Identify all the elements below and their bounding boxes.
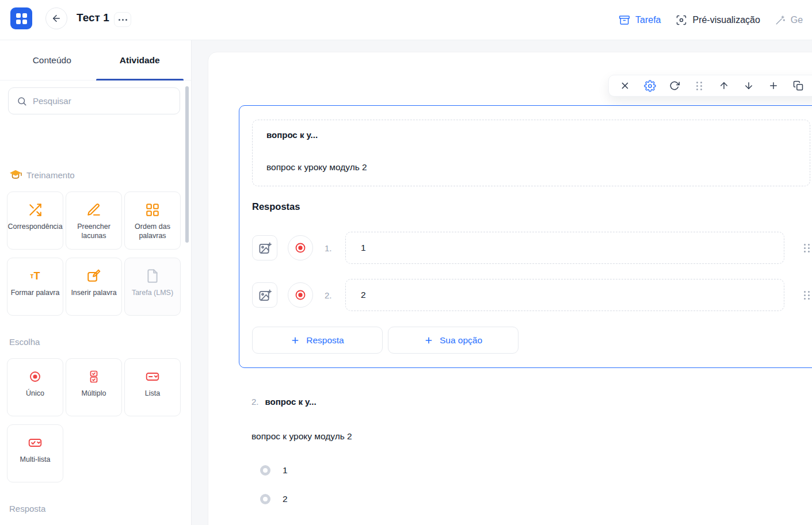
plus-icon <box>424 336 433 345</box>
header-actions: Tarefa Pré-visualização Ge <box>619 0 803 40</box>
tool-card-correspondencia[interactable]: Correspondência <box>7 191 63 250</box>
radio-selected-icon <box>294 242 307 254</box>
tool-card-label: Multi-lista <box>18 455 53 464</box>
gear-icon <box>644 80 656 92</box>
radio-unselected-icon[interactable] <box>260 494 270 504</box>
add-answer-label: Resposta <box>306 335 344 346</box>
tool-card-unico[interactable]: Único <box>7 358 63 416</box>
tab-atividade[interactable]: Atividade <box>96 40 184 80</box>
radio-icon <box>28 368 42 385</box>
tarefa-button[interactable]: Tarefa <box>619 14 661 26</box>
back-button[interactable] <box>45 7 67 29</box>
preview-eye-icon <box>676 14 687 26</box>
section-header-resposta: Resposta <box>9 504 45 513</box>
multi-dropdown-icon <box>28 434 43 451</box>
move-down-button[interactable] <box>741 78 756 93</box>
more-menu-button[interactable] <box>114 12 131 27</box>
image-add-icon <box>258 242 272 255</box>
close-icon <box>620 81 630 91</box>
tool-card-label: Formar palavra <box>9 288 62 297</box>
generate-button[interactable]: Ge <box>775 15 803 25</box>
question2-option: 1 <box>260 465 288 476</box>
form-word-icon: тT <box>31 267 40 285</box>
word-order-icon <box>145 201 160 219</box>
answer-row: 1. 1 <box>252 232 810 264</box>
add-own-option-button[interactable]: Sua opção <box>388 327 519 354</box>
duplicate-button[interactable] <box>791 78 806 93</box>
tool-card-tarefa-lms: Tarefa (LMS) <box>124 258 181 316</box>
answer-number: 1. <box>325 243 337 253</box>
question2-title: вопрос к у... <box>265 397 317 407</box>
search-input[interactable] <box>33 96 171 106</box>
question-text[interactable]: вопрос к уроку модуль 2 <box>266 162 796 173</box>
question-title[interactable]: вопрос к у... <box>266 130 796 140</box>
replace-button[interactable] <box>667 78 682 93</box>
sidebar-scrollbar[interactable] <box>185 86 189 243</box>
answer-drag-handle-icon[interactable] <box>804 291 810 300</box>
generate-label: Ge <box>791 15 803 25</box>
sidebar-tabs: Conteúdo Atividade <box>0 40 192 81</box>
sidebar: Conteúdo Atividade Treinamento Correspon… <box>0 40 192 525</box>
block-toolbar <box>608 75 812 97</box>
add-block-button[interactable] <box>766 78 781 93</box>
tool-card-ordem-palavras[interactable]: Ordem das palavras <box>124 191 181 250</box>
question2-header[interactable]: 2. вопрос к у... <box>251 397 317 407</box>
insert-word-icon <box>86 267 101 285</box>
duplicate-icon <box>793 81 803 91</box>
answer-input[interactable]: 1 <box>345 232 784 264</box>
arrow-left-icon <box>51 13 62 24</box>
search-box <box>8 87 180 114</box>
tool-card-label: Ordem das palavras <box>125 222 180 240</box>
tool-card-multi-lista[interactable]: Multi-lista <box>7 424 63 482</box>
section-title: Resposta <box>9 504 45 513</box>
document-icon <box>145 267 160 285</box>
section-title: Escolha <box>9 337 40 347</box>
drag-handle-button[interactable] <box>692 78 707 93</box>
deselect-button[interactable] <box>617 78 632 93</box>
tool-card-label: Preencher lacunas <box>66 222 121 240</box>
radio-unselected-icon[interactable] <box>260 465 270 476</box>
move-up-button[interactable] <box>716 78 731 93</box>
answer-drag-handle-icon[interactable] <box>804 244 810 252</box>
answers-heading: Respostas <box>252 201 300 212</box>
preview-button[interactable]: Pré-visualização <box>676 14 760 26</box>
section-header-treinamento: Treinamento <box>9 169 75 181</box>
add-image-button[interactable] <box>252 282 277 308</box>
tool-card-label: Correspondência <box>5 222 64 231</box>
correct-answer-radio[interactable] <box>288 282 313 308</box>
tab-conteudo[interactable]: Conteúdo <box>8 40 96 80</box>
tool-card-label: Lista <box>143 389 162 398</box>
image-add-icon <box>258 289 272 302</box>
magic-wand-icon <box>775 15 786 25</box>
section-header-escolha: Escolha <box>9 337 40 347</box>
section-title: Treinamento <box>26 170 75 180</box>
tool-card-label: Tarefa (LMS) <box>129 288 176 297</box>
tool-card-lista[interactable]: Lista <box>124 358 181 416</box>
app-logo-button[interactable] <box>10 7 32 29</box>
question-block-selected[interactable]: вопрос к у... вопрос к уроку модуль 2 Re… <box>239 105 812 368</box>
add-answer-button[interactable]: Resposta <box>252 327 383 354</box>
checkboxes-icon <box>87 368 101 385</box>
question2-option: 2 <box>260 494 288 504</box>
tool-card-label: Inserir palavra <box>68 288 119 297</box>
tool-card-inserir-palavra[interactable]: Inserir palavra <box>66 258 122 316</box>
add-image-button[interactable] <box>252 235 277 260</box>
app-header: Тест 1 Tarefa Pré-visualização Ge <box>0 0 812 40</box>
grid-logo-icon <box>16 13 27 24</box>
settings-button[interactable] <box>642 78 657 93</box>
tool-card-formar-palavra[interactable]: тT Formar palavra <box>7 258 63 316</box>
tool-card-multiplo[interactable]: Múltiplo <box>66 358 122 416</box>
option-label: 2 <box>283 494 288 504</box>
drag-handle-icon <box>696 82 703 90</box>
question-text-editor[interactable]: вопрос к у... вопрос к уроку модуль 2 <box>252 120 810 186</box>
plus-icon <box>291 336 300 345</box>
correct-answer-radio[interactable] <box>288 235 313 260</box>
ellipsis-icon <box>119 19 120 21</box>
matching-icon <box>28 201 43 219</box>
question2-text[interactable]: вопрос к уроку модуль 2 <box>251 431 352 442</box>
tool-card-preencher-lacunas[interactable]: Preencher lacunas <box>66 191 122 250</box>
escolha-grid: Único Múltiplo Lista Multi-lista <box>7 358 181 482</box>
answer-input[interactable]: 2 <box>345 279 784 311</box>
answer-number: 2. <box>325 290 337 300</box>
tarefa-label: Tarefa <box>635 15 661 25</box>
